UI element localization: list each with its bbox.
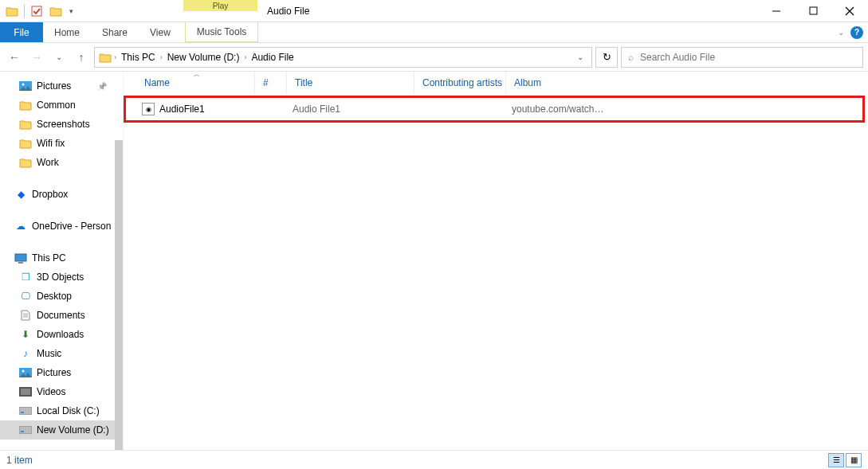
sidebar-item-wifi[interactable]: Wifi fix <box>0 134 123 153</box>
file-album: youtube.com/watch?... <box>504 104 607 115</box>
share-tab[interactable]: Share <box>91 22 139 42</box>
chevron-right-icon[interactable]: › <box>244 53 246 61</box>
sidebar-item-music[interactable]: ♪ Music <box>0 344 123 363</box>
column-artists[interactable]: Contributing artists <box>414 72 506 94</box>
svg-rect-2 <box>810 7 817 14</box>
sidebar-scrollbar[interactable] <box>115 140 123 450</box>
column-number[interactable]: # <box>255 72 287 94</box>
sidebar-item-work[interactable]: Work <box>0 153 123 172</box>
nav-up-button[interactable]: ↑ <box>72 48 91 67</box>
sidebar-item-label: This PC <box>32 252 66 264</box>
close-button[interactable] <box>831 0 868 21</box>
sidebar-item-label: OneDrive - Person <box>32 221 111 232</box>
file-name: AudioFile1 <box>159 104 205 115</box>
documents-icon <box>19 309 32 322</box>
sidebar-item-ddrive[interactable]: New Volume (D:) <box>0 420 123 440</box>
breadcrumb-thispc[interactable]: This PC <box>118 50 159 64</box>
downloads-icon: ⬇ <box>19 328 32 341</box>
sidebar-item-3dobjects[interactable]: ❒ 3D Objects <box>0 268 123 287</box>
desktop-icon: 🖵 <box>19 290 32 303</box>
chevron-right-icon[interactable]: › <box>160 53 163 61</box>
folder-icon <box>19 156 32 169</box>
search-input[interactable] <box>640 52 856 63</box>
chevron-right-icon[interactable]: › <box>114 53 116 61</box>
svg-rect-19 <box>21 431 24 432</box>
sidebar-item-label: 3D Objects <box>37 272 84 283</box>
nav-forward-button[interactable]: → <box>27 48 46 67</box>
sort-ascending-icon: ︿ <box>194 70 200 79</box>
nav-back-button[interactable]: ← <box>5 48 24 67</box>
search-box[interactable]: ⌕ <box>621 47 863 68</box>
qat-separator <box>24 4 25 18</box>
pictures-icon <box>19 366 32 379</box>
sidebar-item-label: Screenshots <box>37 119 90 130</box>
sidebar-item-pictures2[interactable]: Pictures <box>0 363 123 382</box>
sidebar-item-videos[interactable]: Videos <box>0 382 123 401</box>
sidebar-item-label: Work <box>37 157 59 168</box>
qat-folder-icon[interactable] <box>5 4 19 18</box>
ribbon-expand-caret[interactable]: ⌄ <box>838 28 844 37</box>
sidebar-item-label: Videos <box>37 386 65 397</box>
sidebar-item-screenshots[interactable]: Screenshots <box>0 115 123 134</box>
sidebar-item-label: Dropbox <box>32 189 68 200</box>
navigation-pane[interactable]: Pictures Common Screenshots Wifi fix Wor… <box>0 72 124 450</box>
sidebar-item-onedrive[interactable]: ☁ OneDrive - Person <box>0 217 123 236</box>
address-bar[interactable]: › This PC › New Volume (D:) › Audio File… <box>94 47 592 68</box>
view-large-icons-button[interactable]: ▦ <box>846 453 862 467</box>
sidebar-item-label: Common <box>37 100 76 111</box>
breadcrumb-volume[interactable]: New Volume (D:) <box>164 50 243 64</box>
svg-point-6 <box>22 84 25 86</box>
column-name[interactable]: ︿ Name <box>139 72 255 94</box>
file-tab[interactable]: File <box>0 22 43 42</box>
sidebar-item-thispc[interactable]: This PC <box>0 248 123 268</box>
svg-rect-15 <box>21 389 30 395</box>
svg-rect-17 <box>21 412 24 413</box>
sidebar-item-common[interactable]: Common <box>0 96 123 115</box>
drive-icon <box>19 424 32 436</box>
minimize-button[interactable] <box>758 0 795 21</box>
column-title[interactable]: Title <box>287 72 414 94</box>
drive-icon <box>19 405 32 417</box>
sidebar-item-dropbox[interactable]: ◆ Dropbox <box>0 185 123 204</box>
sidebar-item-label: Wifi fix <box>37 138 65 149</box>
qat-properties-icon[interactable] <box>29 4 44 18</box>
nav-recent-caret[interactable]: ⌄ <box>49 48 69 67</box>
view-tab[interactable]: View <box>139 22 182 42</box>
breadcrumb-folder[interactable]: Audio File <box>248 50 297 64</box>
svg-rect-0 <box>32 6 41 16</box>
address-dropdown-caret[interactable]: ⌄ <box>572 53 588 61</box>
sidebar-item-pictures[interactable]: Pictures <box>0 76 123 96</box>
sidebar-item-label: Pictures <box>37 80 71 92</box>
sidebar-item-cdrive[interactable]: Local Disk (C:) <box>0 401 123 420</box>
svg-rect-7 <box>15 254 26 261</box>
audio-file-icon: ◉ <box>142 103 155 115</box>
column-label: Name <box>144 77 170 88</box>
column-headers[interactable]: ︿ Name # Title Contributing artists Albu… <box>124 72 868 94</box>
help-icon[interactable]: ? <box>850 26 863 39</box>
view-details-button[interactable]: ☰ <box>828 453 844 467</box>
qat-customize-caret[interactable]: ▾ <box>69 7 73 15</box>
sidebar-item-downloads[interactable]: ⬇ Downloads <box>0 325 123 344</box>
search-icon: ⌕ <box>628 52 634 63</box>
file-row[interactable]: ◉ AudioFile1 Audio File1 youtube.com/wat… <box>126 98 862 120</box>
maximize-button[interactable] <box>795 0 831 21</box>
folder-icon <box>19 118 32 131</box>
home-tab[interactable]: Home <box>43 22 91 42</box>
svg-rect-18 <box>19 426 32 434</box>
music-icon: ♪ <box>19 347 32 360</box>
column-album[interactable]: Album <box>506 72 610 94</box>
sidebar-item-label: Downloads <box>37 329 84 340</box>
sidebar-item-documents[interactable]: Documents <box>0 306 123 325</box>
play-contextual-tab[interactable]: Play <box>183 0 257 11</box>
thispc-icon <box>14 252 27 264</box>
music-tools-tab[interactable]: Music Tools <box>185 22 258 42</box>
status-item-count: 1 item <box>6 455 33 466</box>
file-title: Audio File1 <box>285 104 412 115</box>
sidebar-item-desktop[interactable]: 🖵 Desktop <box>0 287 123 306</box>
sidebar-item-label: Documents <box>37 310 85 321</box>
folder-icon <box>19 137 32 150</box>
refresh-button[interactable]: ↻ <box>595 47 618 68</box>
qat-newfolder-icon[interactable] <box>49 4 63 18</box>
folder-icon <box>19 99 32 111</box>
onedrive-icon: ☁ <box>14 220 27 233</box>
